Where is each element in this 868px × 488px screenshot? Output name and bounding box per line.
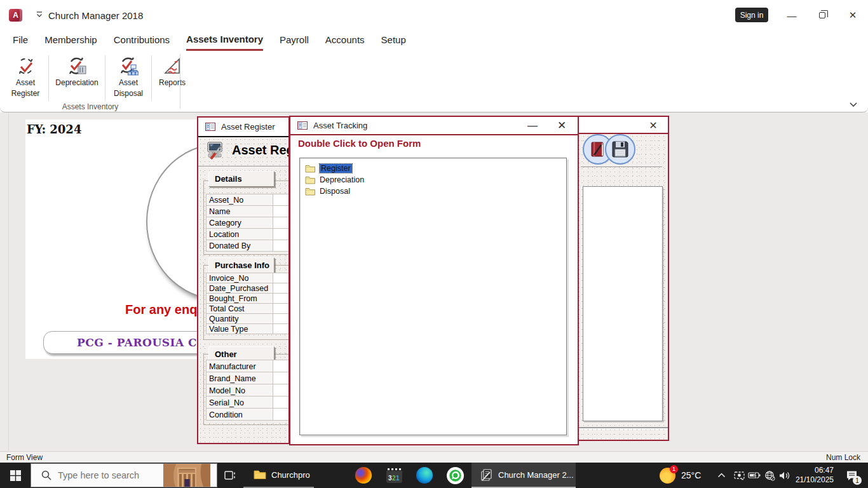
taskbar-edge-button[interactable] xyxy=(409,463,440,488)
field-label: Condition xyxy=(206,408,273,421)
field-label: Invoice_No xyxy=(206,273,273,283)
field-label: Location xyxy=(206,228,273,240)
tab-payroll[interactable]: Payroll xyxy=(280,30,309,51)
taskbar-church-manager-button[interactable]: Church Manager 2... xyxy=(471,463,576,488)
tray-volume-button[interactable] xyxy=(776,463,793,488)
search-input[interactable] xyxy=(58,470,153,480)
field-input[interactable] xyxy=(273,303,290,314)
divider xyxy=(198,166,288,166)
tray-cast-display-button[interactable] xyxy=(731,463,747,488)
field-label: Category xyxy=(206,217,273,229)
field-input[interactable] xyxy=(273,360,290,372)
field-row: Category xyxy=(206,217,290,229)
view-mode-label: Form View xyxy=(6,453,43,462)
weather-badge: 1 xyxy=(670,465,678,473)
asset-register-titlebar[interactable]: Asset Register xyxy=(198,118,288,136)
tab-accounts[interactable]: Accounts xyxy=(325,30,365,51)
field-input[interactable] xyxy=(273,293,290,304)
field-label: Quantity xyxy=(206,313,273,324)
tray-show-hidden-icons[interactable] xyxy=(712,463,731,488)
ribbon-separator xyxy=(151,55,152,101)
tab-membership[interactable]: Membership xyxy=(44,30,97,51)
field-input[interactable] xyxy=(273,408,290,421)
field-row: Donated By xyxy=(206,240,290,252)
app-stage: A Church Manager 2018 Sign in — ✕ File M… xyxy=(0,0,868,488)
field-input[interactable] xyxy=(273,283,290,294)
field-input[interactable] xyxy=(273,273,290,283)
restore-button[interactable] xyxy=(813,6,832,24)
tray-battery-button[interactable] xyxy=(746,463,763,488)
access-logo-icon: A xyxy=(9,9,22,22)
folder-icon xyxy=(305,175,316,184)
minimize-window-button[interactable]: — xyxy=(526,119,539,132)
field-input[interactable] xyxy=(273,228,290,240)
field-row: Asset_No xyxy=(206,194,290,206)
asset-register-window: Asset Register Asset Reg xyxy=(197,116,290,444)
tray-network-button[interactable] xyxy=(761,463,778,488)
taskbar-media-player-button[interactable]: 321 xyxy=(379,463,409,488)
task-view-button[interactable] xyxy=(217,463,243,488)
field-label: Total Cost xyxy=(206,303,273,314)
tree-item-depreciation[interactable]: Depreciation xyxy=(300,174,566,186)
asset-entry-body xyxy=(577,134,668,440)
reports-button[interactable]: Reports xyxy=(154,53,190,104)
action-center-button[interactable]: 1 xyxy=(839,463,864,488)
field-input[interactable] xyxy=(273,240,290,252)
tree-item-label: Register xyxy=(320,164,352,173)
divider xyxy=(577,427,668,428)
field-input[interactable] xyxy=(273,313,290,324)
tab-assets-inventory[interactable]: Assets Inventory xyxy=(186,30,263,51)
field-input[interactable] xyxy=(273,396,290,409)
tab-contributions[interactable]: Contributions xyxy=(114,30,170,51)
field-input[interactable] xyxy=(273,323,290,334)
tree-item-label: Disposal xyxy=(320,187,350,196)
taskbar-weather-widget[interactable]: 1 25°C xyxy=(660,463,701,488)
details-section-header: Details xyxy=(208,171,275,187)
purchase-info-field-rows: Invoice_No Date_Purchased Bought_From To… xyxy=(206,273,290,334)
field-input[interactable] xyxy=(273,384,290,396)
minimize-button[interactable]: — xyxy=(782,6,801,24)
close-app-button[interactable]: ✕ xyxy=(843,6,862,24)
sign-in-button[interactable]: Sign in xyxy=(735,8,768,22)
field-label: Manufacturer xyxy=(206,360,273,372)
field-input[interactable] xyxy=(273,217,290,229)
depreciation-button[interactable]: Depreciation xyxy=(51,53,102,104)
field-label: Model_No xyxy=(206,384,273,396)
access-window-icon xyxy=(480,469,492,481)
asset-tracking-window: Asset Tracking — ✕ Double Click to Open … xyxy=(289,116,579,445)
taskbar-churchpro-folder[interactable]: Churchpro xyxy=(243,463,314,488)
close-window-button[interactable]: ✕ xyxy=(647,119,660,132)
asset-register-button[interactable]: Asset Register xyxy=(5,53,46,104)
asset-disposal-button[interactable]: Asset Disposal xyxy=(108,53,149,104)
chevron-up-icon xyxy=(717,473,726,478)
taskbar-whatsapp-button[interactable] xyxy=(440,463,470,488)
taskbar-search-box[interactable] xyxy=(31,463,217,487)
field-row: Serial_No xyxy=(206,396,290,409)
collapse-ribbon-icon[interactable] xyxy=(849,102,858,107)
field-input[interactable] xyxy=(273,194,290,206)
taskbar-clock[interactable]: 06:47 21/10/2025 xyxy=(792,463,834,488)
tab-setup[interactable]: Setup xyxy=(381,30,406,51)
weather-temp-label: 25°C xyxy=(681,470,701,480)
search-highlight-image[interactable] xyxy=(163,464,210,487)
close-window-button[interactable]: ✕ xyxy=(555,118,569,132)
purchase-info-section-header: Purchase Info xyxy=(208,257,275,273)
windows-start-icon xyxy=(10,470,21,481)
save-button[interactable] xyxy=(605,134,635,165)
quick-access-dropdown-icon[interactable] xyxy=(36,11,43,18)
church-banner-label: PCG - PAROUSIA C xyxy=(77,336,197,349)
asset-disposal-icon xyxy=(118,56,139,76)
field-input[interactable] xyxy=(273,372,290,384)
details-field-rows: Asset_No Name Category Location Donated … xyxy=(206,194,290,252)
restore-icon xyxy=(819,12,825,18)
ribbon: Asset Register Depreciation xyxy=(0,51,868,112)
tree-item-register[interactable]: Register xyxy=(300,163,566,174)
taskbar-firefox-button[interactable] xyxy=(348,463,379,488)
tab-file[interactable]: File xyxy=(13,30,28,51)
asset-list-box[interactable] xyxy=(583,186,663,421)
tree-item-disposal[interactable]: Disposal xyxy=(300,186,566,197)
field-input[interactable] xyxy=(273,205,290,217)
asset-register-icon xyxy=(15,56,36,76)
start-button[interactable] xyxy=(0,463,31,488)
tree-item-label: Depreciation xyxy=(320,175,364,184)
